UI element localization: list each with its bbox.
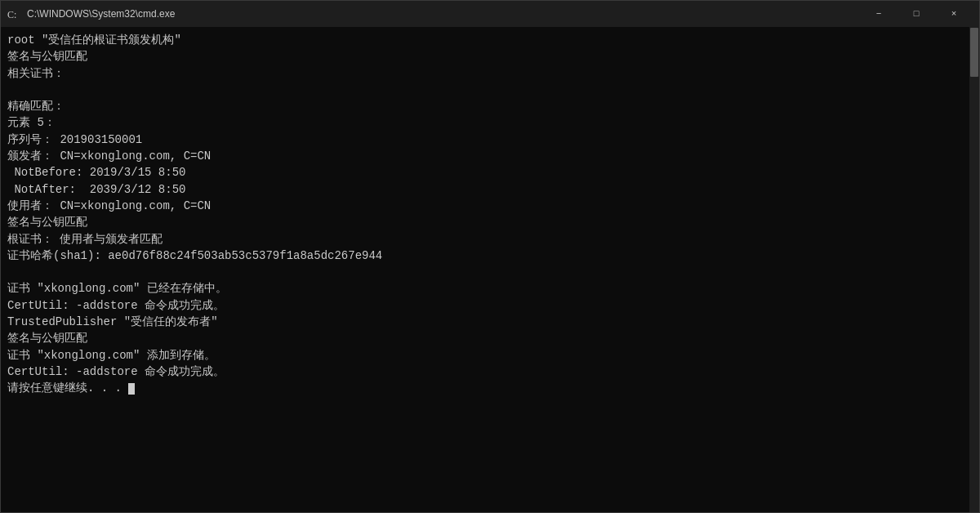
- terminal-line: 签名与公钥匹配: [7, 216, 87, 229]
- svg-text:C:: C:: [7, 9, 16, 20]
- terminal-line: 证书 "xkonglong.com" 已经在存储中。: [7, 282, 227, 295]
- terminal-line: 使用者： CN=xkonglong.com, C=CN: [7, 199, 211, 212]
- title-bar: C: C:\WINDOWS\System32\cmd.exe − □ ×: [1, 1, 979, 27]
- terminal-cursor: [128, 383, 135, 395]
- cmd-icon: C:: [7, 7, 20, 20]
- cmd-window: C: C:\WINDOWS\System32\cmd.exe − □ × roo…: [0, 0, 980, 513]
- terminal-line: 颁发者： CN=xkonglong.com, C=CN: [7, 149, 211, 163]
- minimize-button[interactable]: −: [860, 1, 898, 27]
- window-controls: − □ ×: [860, 1, 973, 27]
- close-button[interactable]: ×: [935, 1, 973, 27]
- terminal-body[interactable]: root "受信任的根证书颁发机构" 签名与公钥匹配 相关证书： 精确匹配： 元…: [1, 27, 979, 512]
- terminal-line: 签名与公钥匹配: [7, 332, 87, 345]
- terminal-line: CertUtil: -addstore 命令成功完成。: [7, 299, 225, 312]
- terminal-line: CertUtil: -addstore 命令成功完成。: [7, 365, 225, 378]
- terminal-line: 证书哈希(sha1): ae0d76f88c24f503ab53c5379f1a…: [7, 249, 382, 262]
- maximize-button[interactable]: □: [898, 1, 935, 27]
- terminal-line: TrustedPublisher "受信任的发布者": [7, 315, 218, 328]
- terminal-line: 签名与公钥匹配: [7, 50, 87, 63]
- terminal-line: 请按任意键继续. . .: [7, 381, 128, 395]
- terminal-line: 精确匹配：: [7, 100, 65, 113]
- terminal-line: 证书 "xkonglong.com" 添加到存储。: [7, 349, 216, 362]
- terminal-line: 元素 5：: [7, 116, 56, 129]
- terminal-line: NotAfter: 2039/3/12 8:50: [7, 183, 185, 196]
- terminal-line: 序列号： 201903150001: [7, 133, 142, 146]
- terminal-line: 根证书： 使用者与颁发者匹配: [7, 233, 163, 246]
- scrollbar[interactable]: [969, 27, 979, 512]
- window-title: C:\WINDOWS\System32\cmd.exe: [27, 8, 860, 20]
- terminal-line: NotBefore: 2019/3/15 8:50: [7, 166, 185, 179]
- terminal-output: root "受信任的根证书颁发机构" 签名与公钥匹配 相关证书： 精确匹配： 元…: [7, 32, 973, 397]
- terminal-line: 相关证书：: [7, 67, 65, 80]
- scrollbar-thumb[interactable]: [970, 28, 978, 77]
- terminal-line: root "受信任的根证书颁发机构": [7, 33, 181, 47]
